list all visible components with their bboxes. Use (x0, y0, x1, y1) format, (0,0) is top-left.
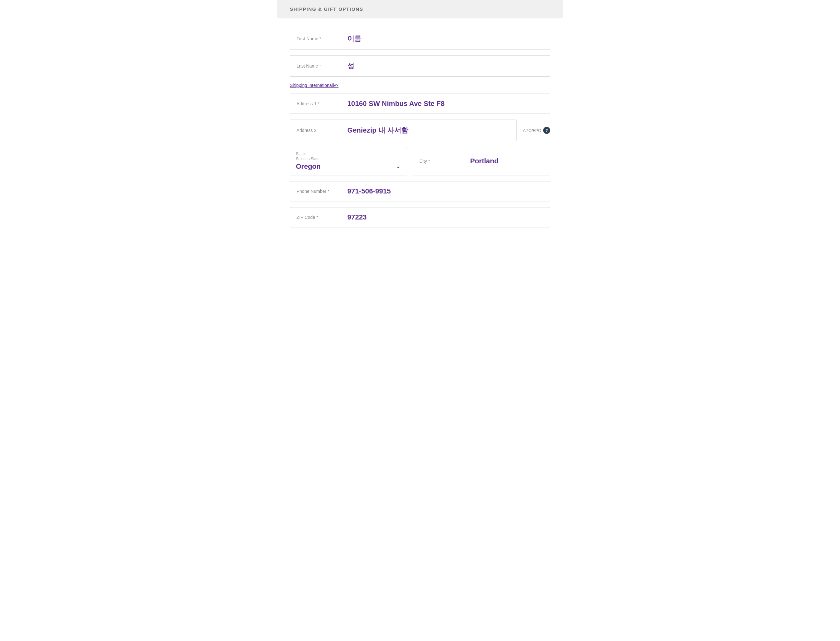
shipping-internationally-link[interactable]: Shipping Internationally? (290, 83, 338, 88)
first-name-label: First Name * (297, 36, 344, 41)
last-name-value: 성 (347, 61, 354, 71)
last-name-field[interactable]: Last Name * 성 (290, 55, 550, 77)
first-name-field[interactable]: First Name * 이름 (290, 28, 550, 50)
state-city-row: State Select a State Oregon ⌄ City * Por… (290, 147, 550, 176)
state-label-bottom: Select a State (296, 157, 401, 161)
address1-value: 10160 SW Nimbus Ave Ste F8 (347, 100, 445, 108)
phone-value: 971-506-9915 (347, 187, 391, 195)
phone-field[interactable]: Phone Number * 971-506-9915 (290, 181, 550, 201)
state-field[interactable]: State Select a State Oregon ⌄ (290, 147, 407, 176)
zip-label: ZIP Code * (297, 215, 344, 220)
address1-label: Address 1 * (297, 101, 344, 106)
zip-value: 97223 (347, 213, 367, 221)
first-name-value: 이름 (347, 34, 361, 43)
form-container: First Name * 이름 Last Name * 성 Shipping I… (277, 28, 563, 246)
city-value: Portland (470, 157, 498, 165)
section-header: SHIPPING & GIFT OPTIONS (277, 0, 563, 18)
state-label-top: State (296, 151, 401, 156)
section-title: SHIPPING & GIFT OPTIONS (290, 6, 363, 12)
address1-field[interactable]: Address 1 * 10160 SW Nimbus Ave Ste F8 (290, 93, 550, 114)
state-select-row: Oregon ⌄ (296, 161, 401, 171)
apo-fpo-help-icon[interactable]: ? (543, 127, 550, 134)
address2-row: Address 2 Geniezip 내 사서함 APO/FPO ? (290, 119, 550, 141)
phone-label: Phone Number * (297, 189, 344, 194)
address2-label: Address 2 (297, 128, 344, 133)
state-chevron-icon[interactable]: ⌄ (396, 162, 401, 170)
city-label: City * (419, 159, 467, 164)
state-value: Oregon (296, 163, 321, 171)
page-container: SHIPPING & GIFT OPTIONS First Name * 이름 … (277, 0, 563, 246)
address2-field[interactable]: Address 2 Geniezip 내 사서함 (290, 119, 517, 141)
last-name-label: Last Name * (297, 63, 344, 69)
apo-fpo-section: APO/FPO ? (523, 127, 550, 134)
apo-fpo-label: APO/FPO (523, 128, 541, 133)
city-field[interactable]: City * Portland (413, 147, 550, 176)
address2-value: Geniezip 내 사서함 (347, 126, 408, 135)
zip-field[interactable]: ZIP Code * 97223 (290, 207, 550, 227)
